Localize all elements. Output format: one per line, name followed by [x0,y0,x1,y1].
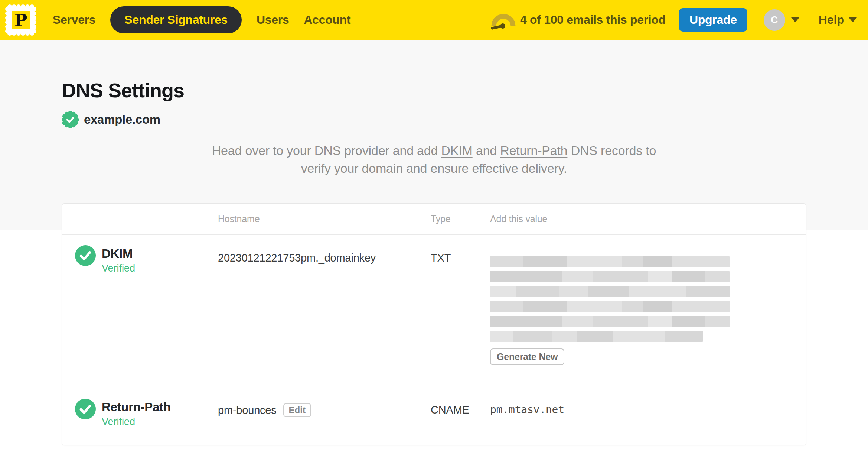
logo-letter: P [14,10,27,30]
upgrade-button[interactable]: Upgrade [679,8,747,32]
status-badge: Verified [102,261,135,276]
main-content: DNS Settings example.com Head over to yo… [0,78,868,445]
header-hostname: Hostname [218,214,431,224]
redacted-value-line [490,271,730,282]
header-add-this-value: Add this value [490,214,806,224]
nav-item-account[interactable]: Account [304,13,350,27]
type-cell: TXT [431,251,490,265]
top-navbar: P Servers Sender Signatures Users Accoun… [0,0,868,40]
status-badge: Verified [102,414,171,429]
redacted-value-line [490,301,730,312]
redacted-value-line [490,286,730,297]
return-path-link[interactable]: Return-Path [500,143,567,158]
instructions-middle: and [473,143,500,158]
instructions-line2: verify your domain and ensure effective … [185,159,683,177]
redacted-value-line [490,316,730,327]
table-header-row: Hostname Type Add this value [62,204,806,235]
instructions-lead: Head over to your DNS provider and add [212,143,441,158]
record-cell: Return-Path Verified [75,399,218,429]
instructions-tail: DNS records to [567,143,656,158]
value-cell: Generate New [490,256,806,365]
check-circle-icon [75,245,96,266]
value-cell: pm.mtasv.net [490,403,806,416]
account-menu-button[interactable]: C [764,9,799,31]
usage-gauge-icon [491,10,516,30]
header-type: Type [431,214,490,224]
domain-name: example.com [84,113,160,127]
record-name: DKIM [102,247,135,261]
dns-records-card: Hostname Type Add this value DKIM Verifi… [62,203,806,445]
redacted-value-line [490,256,730,267]
instructions-text: Head over to your DNS provider and add D… [185,142,683,177]
hostname-cell: pm-bounces Edit [218,403,431,417]
table-row-dkim: DKIM Verified 20230121221753pm._domainke… [62,235,806,379]
chevron-down-icon [849,17,857,22]
edit-button[interactable]: Edit [283,403,311,417]
check-circle-icon [75,399,96,419]
postmark-logo-icon[interactable]: P [4,4,37,36]
redacted-value-line [490,331,703,342]
page-title: DNS Settings [62,78,806,102]
record-cell: DKIM Verified [75,245,218,276]
help-label: Help [819,13,844,27]
nav-item-servers[interactable]: Servers [53,13,95,27]
hostname-cell: 20230121221753pm._domainkey [218,251,431,265]
verified-seal-icon [62,111,79,128]
help-menu-button[interactable]: Help [819,13,857,27]
dkim-link[interactable]: DKIM [441,143,472,158]
chevron-down-icon [791,17,799,22]
generate-new-button[interactable]: Generate New [490,348,564,365]
hostname-value: pm-bounces [218,403,277,417]
table-row-return-path: Return-Path Verified pm-bounces Edit CNA… [62,379,806,445]
type-cell: CNAME [431,403,490,416]
primary-nav: Servers Sender Signatures Users Account [53,6,350,33]
avatar: C [764,9,785,31]
domain-row: example.com [62,111,806,128]
redacted-value [490,256,806,342]
navbar-right: 4 of 100 emails this period Upgrade C He… [491,8,857,32]
nav-item-sender-signatures[interactable]: Sender Signatures [110,6,242,33]
usage-counter: 4 of 100 emails this period [520,13,666,27]
record-name: Return-Path [102,400,171,414]
nav-item-users[interactable]: Users [257,13,289,27]
